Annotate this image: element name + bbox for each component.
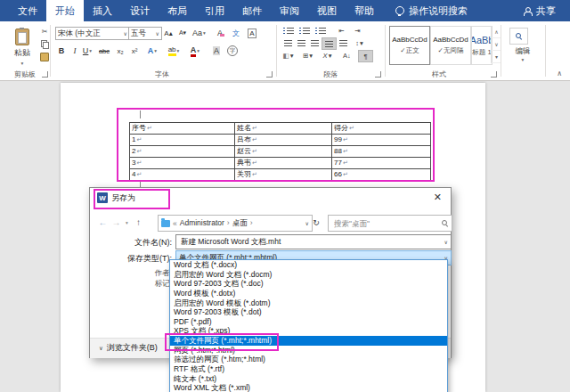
font-size-combo[interactable]: 五号 ∨	[128, 27, 162, 40]
align-center-icon	[297, 40, 305, 46]
magnifier-icon	[516, 33, 522, 39]
up-button[interactable]: ↑	[133, 215, 144, 230]
change-case-icon: Aa	[192, 29, 202, 37]
menu-tab[interactable]: 帮助	[346, 0, 383, 21]
breadcrumb-item[interactable]: Administrator›	[180, 218, 230, 229]
grow-font-button[interactable]: A▴	[162, 27, 175, 39]
show-marks-button[interactable]: ¶	[358, 50, 373, 62]
filetype-option[interactable]: Word 97-2003 模板 (*.dot)	[170, 307, 447, 317]
browse-folders-button[interactable]: ∨ 浏览文件夹(B)	[99, 342, 158, 354]
sort-button[interactable]: A↓	[340, 50, 354, 61]
filetype-option[interactable]: RTF 格式 (*.rtf)	[170, 364, 447, 374]
asian-layout-button[interactable]: X▾	[321, 50, 334, 61]
filetype-option[interactable]: Word XML 文档 (*.xml)	[170, 383, 447, 392]
superscript-button[interactable]: x²	[128, 45, 141, 57]
share-button[interactable]: 共享	[524, 0, 570, 21]
back-button[interactable]: ←	[97, 215, 109, 230]
filetype-option[interactable]: Word 模板 (*.dotx)	[170, 289, 447, 298]
find-button[interactable]	[509, 28, 528, 45]
shading-button[interactable]: ◧▾	[281, 50, 295, 61]
menu-tab[interactable]: 布局	[159, 0, 196, 21]
multilevel-list-button[interactable]	[314, 25, 327, 36]
breadcrumb-item[interactable]: 桌面›	[232, 218, 253, 229]
clear-formatting-button[interactable]: A	[214, 27, 226, 39]
filename-combo[interactable]: ∨	[175, 234, 452, 249]
filename-input[interactable]	[179, 237, 444, 248]
phonetic-guide-button[interactable]: 文	[230, 27, 242, 39]
paragraph-dialog-launcher-icon[interactable]	[375, 71, 381, 78]
change-case-button[interactable]: Aa▾	[192, 27, 206, 39]
style-card[interactable]: AaBbCcDd ✓无间隔	[430, 26, 471, 65]
copy-button[interactable]	[39, 39, 50, 49]
bold-button[interactable]: B	[55, 45, 68, 57]
cut-button[interactable]: ✂	[39, 27, 50, 37]
phonetic-guide-icon: 文	[232, 29, 240, 38]
menu-tab[interactable]: 引用	[196, 0, 233, 21]
sort-icon: A↓	[343, 52, 351, 60]
highlight-color-button[interactable]: ab▾	[167, 45, 180, 57]
align-center-button[interactable]	[295, 37, 308, 48]
collapse-ribbon-icon[interactable]: ∧	[557, 69, 562, 78]
search-box[interactable]	[328, 215, 452, 232]
tags-label: 标记:	[133, 279, 172, 290]
enclose-character-button[interactable]: 字	[226, 45, 239, 57]
numbered-list-button[interactable]	[297, 25, 311, 36]
tell-me-search[interactable]: 操作说明搜索	[395, 0, 468, 21]
filetype-option[interactable]: PDF (*.pdf)	[170, 317, 447, 327]
strikethrough-button[interactable]: abc	[98, 45, 110, 57]
styles-dialog-launcher-icon[interactable]	[491, 71, 497, 78]
menu-tab[interactable]: 开始	[46, 0, 84, 21]
forward-button[interactable]: →	[110, 215, 122, 230]
shrink-font-button[interactable]: A▾	[176, 27, 189, 39]
editing-group-label[interactable]: 编辑	[501, 46, 545, 57]
italic-button[interactable]: I	[69, 45, 81, 57]
filetype-option[interactable]: 启用宏的 Word 模板 (*.dotm)	[170, 298, 447, 308]
address-bar[interactable]: « Administrator› 桌面› ∨	[158, 215, 313, 232]
format-painter-button[interactable]	[39, 52, 50, 61]
line-spacing-button[interactable]: ↕▾	[353, 37, 366, 48]
clipboard-dialog-launcher-icon[interactable]	[42, 71, 48, 78]
borders-icon: ⊞	[303, 52, 308, 60]
grow-font-icon: A▴	[164, 29, 172, 37]
underline-button[interactable]: U▾	[81, 45, 94, 57]
filetype-option[interactable]: 启用宏的 Word 文档 (*.docm)	[170, 270, 447, 280]
font-name-combo[interactable]: 宋体 (中文正 ∨	[55, 27, 130, 40]
paste-button[interactable]: 粘贴 ▾	[6, 25, 38, 69]
nav-history-dropdown-icon[interactable]: ▾	[123, 215, 131, 230]
style-card[interactable]: AaBbCcDd ✓正文	[389, 26, 430, 65]
style-card[interactable]: AaBb 标题 1	[471, 26, 493, 65]
close-button[interactable]: ✕	[434, 192, 442, 203]
menu-tab[interactable]: 文件	[9, 0, 46, 21]
filetype-option[interactable]: Word 文档 (*.docx)	[170, 260, 447, 270]
distribute-button[interactable]	[337, 37, 350, 48]
strikethrough-icon: abc	[99, 47, 110, 55]
character-border-button[interactable]: A	[246, 27, 258, 39]
ribbon-tab-bar: 文件开始插入设计布局引用邮件审阅视图帮助 操作说明搜索 共享	[0, 0, 570, 21]
filetype-option[interactable]: 纯文本 (*.txt)	[170, 374, 447, 384]
pilcrow-icon: ¶	[363, 53, 367, 61]
subscript-button[interactable]: x₂	[114, 45, 126, 57]
align-right-button[interactable]	[308, 37, 322, 48]
style-name: ✓正文	[400, 46, 419, 55]
styles-group-label: 样式	[385, 69, 493, 79]
menu-tab[interactable]: 邮件	[233, 0, 271, 21]
menu-tab[interactable]: 审阅	[271, 0, 308, 21]
justify-button[interactable]	[322, 37, 337, 50]
menu-tab[interactable]: 设计	[121, 0, 159, 21]
menu-tab[interactable]: 视图	[308, 0, 346, 21]
filetype-option[interactable]: Word 97-2003 文档 (*.doc)	[170, 279, 447, 289]
font-color-button[interactable]: A▾	[189, 45, 201, 57]
filetype-option[interactable]: 筛选过的网页 (*.htm;*.html)	[170, 355, 447, 364]
refresh-button[interactable]: ↻	[309, 215, 323, 230]
increase-indent-button[interactable]: ⇥	[351, 25, 364, 36]
text-effects-button[interactable]: A▾	[146, 45, 159, 57]
chevron-down-icon: ∨	[444, 239, 448, 245]
font-dialog-launcher-icon[interactable]	[266, 71, 273, 78]
decrease-indent-button[interactable]: ⇤	[335, 25, 348, 36]
search-input[interactable]	[332, 218, 439, 229]
menu-tab[interactable]: 插入	[84, 0, 121, 21]
borders-button[interactable]: ⊞▾	[301, 50, 314, 61]
bullet-list-button[interactable]	[281, 25, 295, 36]
align-left-button[interactable]	[281, 37, 295, 48]
character-shading-button[interactable]: A	[210, 45, 223, 57]
